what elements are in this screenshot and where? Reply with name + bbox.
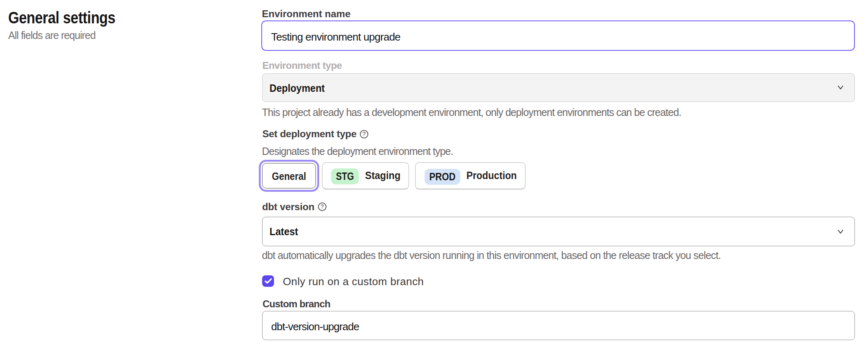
svg-text:?: ?	[321, 203, 324, 210]
svg-text:?: ?	[362, 131, 365, 137]
